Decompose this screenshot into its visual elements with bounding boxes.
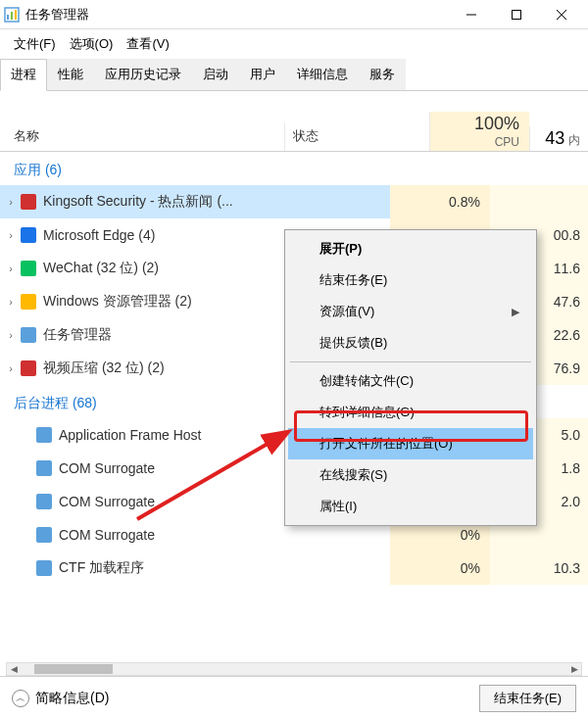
ctx-create-dump[interactable]: 创建转储文件(C) [288,365,533,397]
minimize-button[interactable] [449,0,494,29]
maximize-button[interactable] [494,0,539,29]
process-name: COM Surrogate [59,527,155,543]
process-cpu: 0% [390,551,490,585]
title-bar: 任务管理器 [0,0,588,29]
process-icon [20,226,37,244]
context-menu: 展开(P) 结束任务(E) 资源值(V)▶ 提供反馈(B) 创建转储文件(C) … [284,229,537,526]
process-cpu: 0.8% [390,185,490,218]
process-name: Kingsoft Security - 热点新闻 (... [43,193,233,211]
tab-services[interactable]: 服务 [359,59,406,90]
col-header-name[interactable]: 名称 [0,123,284,151]
menu-options[interactable]: 选项(O) [64,31,120,57]
tab-startup[interactable]: 启动 [192,59,239,90]
svg-rect-2 [11,12,13,20]
process-name: Windows 资源管理器 (2) [43,293,192,311]
svg-rect-11 [21,294,36,310]
ctx-expand[interactable]: 展开(P) [288,233,533,264]
process-name: 任务管理器 [43,326,112,344]
process-icon [20,293,37,311]
svg-rect-8 [21,194,36,210]
scroll-left-icon[interactable]: ◀ [7,664,21,674]
svg-rect-14 [36,427,52,443]
expand-chevron-icon[interactable]: › [4,196,18,208]
close-button[interactable] [539,0,584,29]
menu-file[interactable]: 文件(F) [8,31,62,57]
process-memory: 10.3 [490,551,588,585]
ctx-properties[interactable]: 属性(I) [288,491,533,522]
process-icon [35,493,53,510]
scrollbar-thumb[interactable] [34,664,113,674]
tab-processes[interactable]: 进程 [0,59,47,91]
process-icon [35,559,53,577]
process-icon [35,526,53,544]
process-name: CTF 加载程序 [59,559,144,577]
ctx-open-file-location[interactable]: 打开文件所在的位置(O) [288,428,533,459]
svg-rect-1 [7,15,9,20]
svg-rect-17 [36,527,52,543]
expand-chevron-icon[interactable]: › [4,329,18,341]
process-icon [35,459,53,477]
process-icon [35,426,53,444]
svg-rect-13 [21,360,36,376]
window-title: 任务管理器 [25,6,449,24]
process-icon [20,193,37,211]
col-header-cpu[interactable]: 100% CPU [429,112,529,151]
horizontal-scrollbar[interactable]: ◀ ▶ [6,662,582,676]
svg-rect-3 [15,10,17,20]
expand-chevron-icon[interactable]: › [4,263,18,274]
svg-rect-9 [21,227,36,243]
svg-rect-10 [21,261,36,276]
process-memory [490,185,588,218]
process-name: Microsoft Edge (4) [43,227,155,243]
chevron-right-icon: ▶ [512,306,519,318]
svg-rect-16 [36,494,52,509]
chevron-up-icon[interactable]: ︿ [12,690,29,707]
tab-performance[interactable]: 性能 [47,59,94,90]
menu-bar: 文件(F) 选项(O) 查看(V) [0,29,588,59]
svg-rect-5 [513,10,521,19]
ctx-goto-details[interactable]: 转到详细信息(G) [288,397,533,428]
svg-rect-15 [36,460,52,476]
col-header-status[interactable]: 状态 [284,123,429,151]
process-icon [20,260,37,277]
process-name: COM Surrogate [59,494,155,509]
process-row[interactable]: CTF 加载程序0%10.3 [0,551,588,585]
tab-app-history[interactable]: 应用历史记录 [94,59,192,90]
process-name: COM Surrogate [59,460,155,476]
ctx-search-online[interactable]: 在线搜索(S) [288,459,533,491]
tab-details[interactable]: 详细信息 [286,59,359,90]
end-task-button[interactable]: 结束任务(E) [479,685,576,712]
group-apps: 应用 (6) [0,152,588,185]
col-header-memory[interactable]: 43 内 [529,126,588,151]
scroll-right-icon[interactable]: ▶ [567,664,581,674]
expand-chevron-icon[interactable]: › [4,362,18,374]
expand-chevron-icon[interactable]: › [4,229,18,241]
cpu-usage-pct: 100% [440,114,519,134]
mem-usage-pct: 43 [545,128,564,148]
brief-info-label[interactable]: 简略信息(D) [35,690,479,707]
process-row[interactable]: ›Kingsoft Security - 热点新闻 (...0.8% [0,185,588,218]
process-name: Application Frame Host [59,427,202,443]
footer-bar: ︿ 简略信息(D) 结束任务(E) [0,676,588,719]
svg-rect-12 [21,327,36,343]
process-icon [20,326,37,344]
process-name: 视频压缩 (32 位) (2) [43,360,165,377]
tab-strip: 进程 性能 应用历史记录 启动 用户 详细信息 服务 [0,59,588,91]
ctx-feedback[interactable]: 提供反馈(B) [288,327,533,359]
column-headers: 名称 状态 100% CPU 43 内 [0,101,588,152]
ctx-separator [290,361,531,362]
svg-rect-18 [36,560,52,576]
process-name: WeChat (32 位) (2) [43,260,159,277]
process-icon [20,360,37,377]
ctx-end-task[interactable]: 结束任务(E) [288,264,533,296]
app-icon [4,7,20,23]
tab-users[interactable]: 用户 [239,59,286,90]
ctx-resource-values[interactable]: 资源值(V)▶ [288,296,533,327]
menu-view[interactable]: 查看(V) [121,31,174,57]
expand-chevron-icon[interactable]: › [4,296,18,308]
